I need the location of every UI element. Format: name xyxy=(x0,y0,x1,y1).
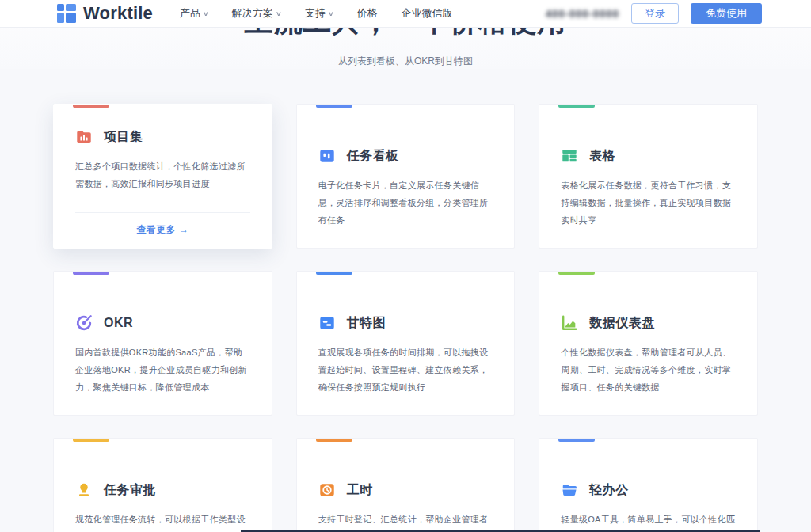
table-icon xyxy=(561,147,578,165)
card-gantt[interactable]: 甘特图 直观展现各项任务的时间排期，可以拖拽设置起始时间、设置里程碑、建立依赖关… xyxy=(296,271,516,416)
phone-number-blurred: 400-000-0000 xyxy=(546,8,619,20)
gantt-chart-icon xyxy=(318,314,336,332)
chevron-down-icon: ∨ xyxy=(276,10,282,17)
feature-grid: 项目集 汇总多个项目数据统计，个性化筛选过滤所需数据，高效汇报和同步项目进度 查… xyxy=(53,69,758,532)
card-approval[interactable]: 任务审批 规范化管理任务流转，可以根据工作类型设置审批规则，每个节点输出的关键成… xyxy=(53,438,272,532)
card-accent-bar xyxy=(558,439,595,442)
card-title: 甘特图 xyxy=(347,315,386,332)
nav-item-support[interactable]: 支持 ∨ xyxy=(305,6,333,21)
kanban-board-icon xyxy=(318,147,336,165)
card-accent-bar xyxy=(73,104,109,108)
card-description: 轻量级OA工具，简单易上手，可以个性化匹配企业需要的办公管理规则，支持消息汇总通… xyxy=(561,511,736,532)
card-title: 任务看板 xyxy=(347,148,399,165)
card-title: 轻办公 xyxy=(589,482,629,499)
card-description: 汇总多个项目数据统计，个性化筛选过滤所需数据，高效汇报和同步项目进度 xyxy=(75,158,250,192)
card-accent-bar xyxy=(558,104,595,108)
card-accent-bar xyxy=(316,439,352,442)
approval-stamp-icon xyxy=(75,481,93,499)
card-description: 规范化管理任务流转，可以根据工作类型设置审批规则，每个节点输出的关键成果验收通过… xyxy=(75,511,250,532)
card-table[interactable]: 表格 表格化展示任务数据，更符合工作习惯，支持编辑数据，批量操作，真正实现项目数… xyxy=(539,104,758,249)
card-description: 表格化展示任务数据，更符合工作习惯，支持编辑数据，批量操作，真正实现项目数据实时… xyxy=(561,177,736,229)
card-dashboard[interactable]: 数据仪表盘 个性化数据仪表盘，帮助管理者可从人员、周期、工时、完成情况等多个维度… xyxy=(539,271,758,416)
okr-target-icon xyxy=(75,314,93,332)
navbar-actions: 400-000-0000 登录 免费使用 xyxy=(546,3,762,24)
card-title: 数据仪表盘 xyxy=(589,315,655,332)
card-accent-bar xyxy=(316,272,352,275)
card-okr[interactable]: OKR 国内首款提供OKR功能的SaaS产品，帮助企业落地OKR，提升企业成员自… xyxy=(53,271,272,416)
section-subtitle: 从列表到看板、从OKR到甘特图 xyxy=(0,53,811,69)
chevron-down-icon: ∨ xyxy=(203,10,209,17)
card-kanban[interactable]: 任务看板 电子化任务卡片，自定义展示任务关键信息，灵活排序和调整看板分组，分类管… xyxy=(296,104,516,249)
nav-item-pricing[interactable]: 价格 xyxy=(357,6,378,21)
main-nav: 产品 ∨ 解决方案 ∨ 支持 ∨ 价格 企业微信版 xyxy=(180,6,453,21)
top-navbar: Worktile 产品 ∨ 解决方案 ∨ 支持 ∨ 价格 企业微信版 400-0… xyxy=(0,0,811,28)
clock-icon xyxy=(318,481,336,499)
chevron-down-icon: ∨ xyxy=(328,10,334,17)
card-title: 表格 xyxy=(589,148,615,165)
card-accent-bar xyxy=(73,272,109,275)
card-description: 支持工时登记、汇总统计，帮助企业管理者获知工时数据，以便协调资源，控制成本 xyxy=(318,511,493,532)
card-title: OKR xyxy=(104,316,133,330)
see-more-link[interactable]: 查看更多 → xyxy=(136,224,188,235)
worktile-logo[interactable]: Worktile xyxy=(57,3,153,24)
card-description: 个性化数据仪表盘，帮助管理者可从人员、周期、工时、完成情况等多个维度，实时掌握项… xyxy=(561,344,736,396)
card-description: 直观展现各项任务的时间排期，可以拖拽设置起始时间、设置里程碑、建立依赖关系，确保… xyxy=(318,344,493,396)
card-accent-bar xyxy=(73,439,109,442)
folder-chart-icon xyxy=(75,128,93,146)
card-accent-bar xyxy=(316,104,352,108)
card-worktime[interactable]: 工时 支持工时登记、汇总统计，帮助企业管理者获知工时数据，以便协调资源，控制成本 xyxy=(296,438,516,532)
card-footer: 查看更多 → xyxy=(75,212,250,237)
open-folder-icon xyxy=(561,481,578,499)
card-title: 工时 xyxy=(347,482,373,499)
dashboard-chart-icon xyxy=(561,314,578,332)
card-light-office[interactable]: 轻办公 轻量级OA工具，简单易上手，可以个性化匹配企业需要的办公管理规则，支持消… xyxy=(539,438,758,532)
card-description: 电子化任务卡片，自定义展示任务关键信息，灵活排序和调整看板分组，分类管理所有任务 xyxy=(318,177,493,229)
nav-item-solutions[interactable]: 解决方案 ∨ xyxy=(232,6,281,21)
login-button[interactable]: 登录 xyxy=(631,3,679,24)
card-description: 国内首款提供OKR功能的SaaS产品，帮助企业落地OKR，提升企业成员自驱力和创… xyxy=(75,344,250,396)
brand-wordmark: Worktile xyxy=(83,3,153,24)
card-projects[interactable]: 项目集 汇总多个项目数据统计，个性化筛选过滤所需数据，高效汇报和同步项目进度 查… xyxy=(53,104,272,249)
nav-item-products[interactable]: 产品 ∨ xyxy=(180,6,208,21)
worktile-logo-icon xyxy=(57,4,76,23)
free-trial-button[interactable]: 免费使用 xyxy=(691,3,762,24)
nav-item-wechat-work[interactable]: 企业微信版 xyxy=(402,6,453,21)
card-title: 项目集 xyxy=(104,129,143,146)
card-accent-bar xyxy=(558,272,595,275)
card-title: 任务审批 xyxy=(104,482,156,499)
